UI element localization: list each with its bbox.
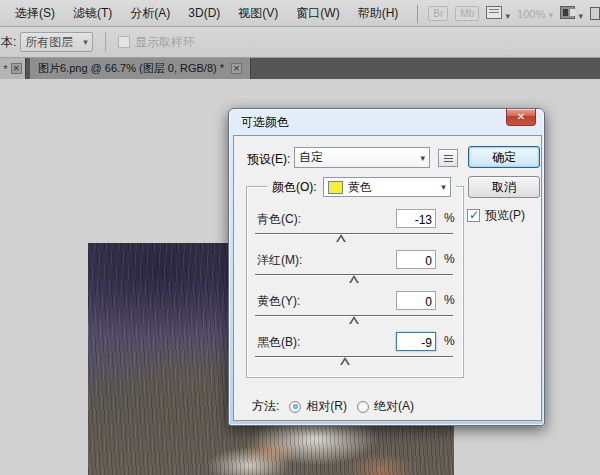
menu-item-label: 帮助(H) [358, 6, 399, 20]
dialog-title: 可选颜色 [233, 114, 289, 131]
color-dropdown[interactable]: 黄色 ▾ [323, 177, 451, 197]
tab-partial-document[interactable]: * × [0, 58, 26, 79]
percent-sign: % [444, 211, 455, 225]
view-extras-button[interactable]: ▾ [486, 6, 510, 22]
radio-label: 相对(R) [306, 398, 347, 415]
color-label: 颜色(O): [272, 179, 317, 196]
color-adjustment-group: 颜色(O): 黄色 ▾ 青色(C): % 洋红(M): % [246, 186, 464, 378]
slider-label: 青色(C): [257, 211, 301, 228]
preset-label: 预设(E): [247, 151, 290, 168]
color-slider-row: 洋红(M): % [247, 250, 465, 288]
menu-item-label: 3D(D) [188, 6, 220, 20]
radio-icon [357, 401, 369, 413]
chevron-down-icon: ▾ [441, 182, 446, 192]
slider-label: 洋红(M): [257, 252, 302, 269]
tab-label: 图片6.png @ 66.7% (图层 0, RGB/8) * [38, 61, 224, 76]
sample-dropdown[interactable]: 所有图层 ▾ [20, 32, 93, 52]
chevron-down-icon: ▾ [83, 37, 88, 47]
options-separator [105, 32, 106, 52]
menu-item-label: 视图(V) [238, 6, 278, 20]
options-bar: 本: 所有图层 ▾ 显示取样环 [0, 27, 600, 58]
radio-label: 绝对(A) [374, 398, 414, 415]
slider-thumb-icon[interactable] [340, 357, 350, 365]
preset-options-button[interactable] [438, 149, 458, 167]
slider-track[interactable] [255, 274, 453, 286]
menu-item-label: 分析(A) [130, 6, 170, 20]
checkbox-icon [118, 36, 130, 48]
slider-thumb-icon[interactable] [336, 234, 346, 242]
color-dropdown-value: 黄色 [348, 179, 372, 196]
menu-item[interactable]: 选择(S) [6, 0, 64, 26]
preset-options-icon [444, 155, 453, 156]
close-icon[interactable]: × [231, 63, 242, 74]
zoom-level-dropdown[interactable]: 100% ▾ [517, 7, 553, 21]
menu-item-label: 选择(S) [15, 6, 55, 20]
mini-bridge-icon[interactable]: Mb [455, 6, 479, 21]
screen-mode-icon[interactable] [590, 7, 600, 20]
slider-value-input[interactable] [396, 250, 436, 269]
slider-value-input[interactable] [396, 209, 436, 228]
sample-dropdown-value: 所有图层 [25, 34, 73, 51]
color-slider-row: 黄色(Y): % [247, 291, 465, 329]
slider-track[interactable] [255, 233, 453, 245]
preset-dropdown-value: 自定 [299, 149, 323, 166]
slider-label: 黑色(B): [257, 334, 300, 351]
document-tab-bar: * × 图片6.png @ 66.7% (图层 0, RGB/8) * × [0, 58, 600, 79]
show-sampling-ring-checkbox[interactable]: 显示取样环 [118, 34, 195, 51]
menu-item[interactable]: 帮助(H) [349, 0, 408, 26]
preset-dropdown[interactable]: 自定 ▾ [294, 147, 430, 168]
menu-item[interactable]: 分析(A) [121, 0, 179, 26]
app-toolbar: Br Mb ▾ 100% ▾ ▾ [417, 0, 600, 27]
chevron-down-icon: ▾ [420, 153, 425, 163]
preview-option[interactable]: 预览(P) [467, 207, 525, 224]
ok-button[interactable]: 确定 [468, 146, 540, 168]
menu-item[interactable]: 窗口(W) [287, 0, 348, 26]
chevron-down-icon: ▾ [578, 11, 583, 21]
menu-item[interactable]: 滤镜(T) [64, 0, 121, 26]
color-swatch [328, 181, 343, 194]
menu-bar: 选择(S)滤镜(T)分析(A)3D(D)视图(V)窗口(W)帮助(H) Br M… [0, 0, 600, 27]
chevron-down-icon: ▾ [506, 11, 511, 21]
launch-bridge-icon[interactable]: Br [428, 6, 448, 21]
menu-item[interactable]: 视图(V) [229, 0, 287, 26]
method-radio-option[interactable]: 相对(R) [289, 398, 347, 415]
menu-item-label: 窗口(W) [296, 6, 339, 20]
selective-color-dialog: 可选颜色 ✕ 预设(E): 自定 ▾ 确定 取消 预览(P) 颜色(O): 黄色… [228, 108, 545, 426]
percent-sign: % [444, 252, 455, 266]
preview-checkbox[interactable] [467, 209, 480, 222]
chevron-down-icon: ▾ [549, 10, 554, 20]
slider-track[interactable] [255, 356, 453, 368]
show-sampling-ring-label: 显示取样环 [135, 34, 195, 51]
color-slider-row: 青色(C): % [247, 209, 465, 247]
close-button[interactable]: ✕ [506, 109, 536, 126]
zoom-level-value: 100% [517, 8, 545, 20]
color-slider-row: 黑色(B): % [247, 332, 465, 370]
slider-track[interactable] [255, 315, 453, 327]
percent-sign: % [444, 293, 455, 307]
slider-value-input[interactable] [396, 332, 436, 351]
radio-icon [289, 401, 301, 413]
toolbar-separator [417, 5, 418, 23]
slider-value-input[interactable] [396, 291, 436, 310]
slider-thumb-icon[interactable] [349, 275, 359, 283]
view-extras-icon [486, 6, 502, 19]
method-radio-option[interactable]: 绝对(A) [357, 398, 414, 415]
sample-label: 本: [0, 34, 20, 51]
tab-active-document[interactable]: 图片6.png @ 66.7% (图层 0, RGB/8) * × [30, 58, 251, 79]
slider-label: 黄色(Y): [257, 293, 300, 310]
slider-thumb-icon[interactable] [349, 316, 359, 324]
dialog-body: 预设(E): 自定 ▾ 确定 取消 预览(P) 颜色(O): 黄色 ▾ [233, 135, 542, 421]
preview-label: 预览(P) [485, 207, 525, 224]
arrange-documents-icon [560, 6, 575, 19]
menu-item[interactable]: 3D(D) [179, 0, 229, 26]
color-legend: 颜色(O): 黄色 ▾ [267, 176, 456, 198]
arrange-documents-button[interactable]: ▾ [560, 6, 583, 22]
method-row: 方法: 相对(R) 绝对(A) [252, 398, 414, 415]
dialog-titlebar[interactable]: 可选颜色 ✕ [233, 109, 540, 135]
close-icon[interactable]: × [11, 63, 22, 74]
method-label: 方法: [252, 398, 279, 415]
percent-sign: % [444, 334, 455, 348]
menu-item-label: 滤镜(T) [73, 6, 112, 20]
tab-modified-indicator: * [3, 63, 7, 75]
cancel-button[interactable]: 取消 [468, 176, 540, 198]
